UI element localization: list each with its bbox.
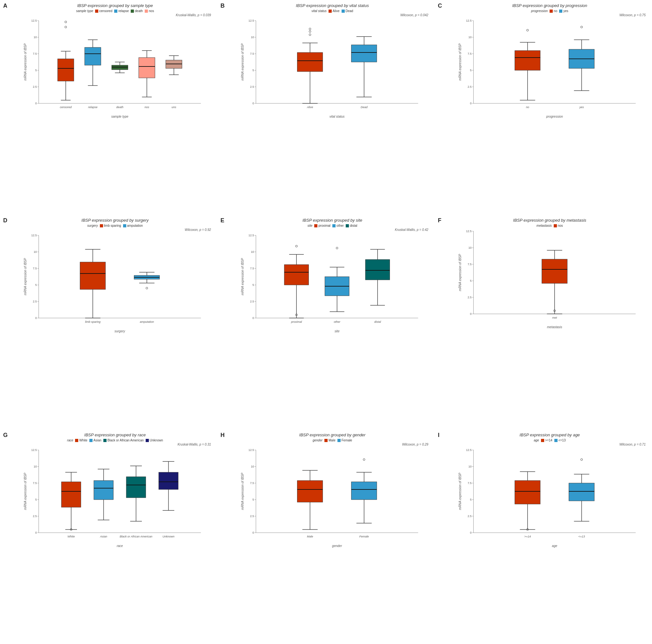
legend-text-G-White: White <box>79 438 87 442</box>
svg-text:10: 10 <box>251 465 254 468</box>
svg-text:10: 10 <box>34 250 37 253</box>
svg-rect-81 <box>351 45 377 62</box>
legend-text-D-amputation: amputation <box>127 224 143 227</box>
svg-text:mRNA expression of IBSP: mRNA expression of IBSP <box>241 43 244 80</box>
svg-text:Dead: Dead <box>361 106 368 109</box>
legend-label-C: progression <box>531 9 548 13</box>
svg-text:proximal: proximal <box>291 320 302 323</box>
svg-text:Asian: Asian <box>100 535 107 538</box>
svg-text:death: death <box>116 106 124 109</box>
legend-item-A-death: death <box>131 9 143 13</box>
legend-color-D-amputation <box>123 224 126 227</box>
svg-text:7.5: 7.5 <box>467 52 472 55</box>
stat-label-I: Wilcoxon, p = 0.71 <box>451 443 649 446</box>
panel-label-A: A <box>3 3 7 9</box>
legend-D: surgerylimb sparingamputation <box>16 224 214 227</box>
legend-label-B: vital status <box>312 9 327 13</box>
svg-text:0: 0 <box>470 102 471 105</box>
svg-text:10: 10 <box>468 36 471 39</box>
svg-text:2.5: 2.5 <box>33 85 37 88</box>
legend-item-F-nos: nos <box>554 224 563 227</box>
stat-label-H: Wilcoxon, p = 0.29 <box>233 443 431 446</box>
legend-label-I: age <box>534 438 539 442</box>
legend-item-C-no: no <box>550 9 557 13</box>
svg-point-317 <box>580 459 582 460</box>
svg-rect-307 <box>515 481 540 504</box>
svg-text:12.5: 12.5 <box>466 449 472 452</box>
svg-text:relapse: relapse <box>88 106 98 109</box>
panel-label-I: I <box>438 432 439 438</box>
svg-text:Female: Female <box>359 535 369 538</box>
main-grid: AIBSP expression grouped by sample types… <box>0 0 652 644</box>
legend-item-E-proximal: proximal <box>314 224 330 227</box>
svg-text:5: 5 <box>252 69 254 72</box>
svg-text:Black or African American: Black or African American <box>119 535 152 538</box>
svg-text:progression: progression <box>546 115 563 118</box>
svg-text:7.5: 7.5 <box>250 482 254 485</box>
legend-color-A-relapse <box>114 9 117 13</box>
svg-text:7.5: 7.5 <box>33 52 37 55</box>
svg-rect-283 <box>351 482 377 500</box>
svg-text:White: White <box>67 535 75 538</box>
legend-label-G: race <box>67 438 73 442</box>
svg-text:mRNA expression of IBSP: mRNA expression of IBSP <box>458 254 461 291</box>
svg-text:yes: yes <box>579 106 584 109</box>
panel-label-F: F <box>438 217 441 224</box>
legend-G: raceWhiteAsianBlack or African AmericanU… <box>16 438 214 442</box>
legend-color-I-<=13 <box>554 439 558 442</box>
svg-point-21 <box>65 21 67 23</box>
legend-I: age>=14<=13 <box>451 438 649 442</box>
legend-A: sample typecensoredrelapsedeathnos <box>16 9 214 13</box>
legend-text-G-Black or African American: Black or African American <box>108 438 144 442</box>
legend-color-G-White <box>75 439 78 442</box>
svg-rect-167 <box>284 265 309 285</box>
svg-text:0: 0 <box>252 531 254 534</box>
panel-title-G: IBSP expression grouped by race <box>16 432 214 437</box>
svg-text:5: 5 <box>35 69 37 72</box>
svg-text:7.5: 7.5 <box>467 263 472 266</box>
stat-label-B: Wilcoxon, p = 0.042 <box>233 14 431 17</box>
legend-text-B-Alive: Alive <box>333 9 340 13</box>
panel-label-D: D <box>3 217 7 224</box>
legend-item-A-nos: nos <box>145 9 154 13</box>
panel-title-F: IBSP expression grouped by metastasis <box>451 218 649 223</box>
svg-text:limb sparing: limb sparing <box>85 320 101 323</box>
svg-text:7.5: 7.5 <box>33 267 37 270</box>
svg-rect-104 <box>515 51 540 70</box>
svg-rect-276 <box>297 481 323 502</box>
panel-title-A: IBSP expression grouped by sample type <box>16 3 214 8</box>
legend-color-G-Unknown <box>146 439 149 442</box>
panel-title-H: IBSP expression grouped by gender <box>233 432 431 437</box>
legend-text-B-Dead: Dead <box>346 9 353 13</box>
legend-color-G-Asian <box>89 439 92 442</box>
legend-text-G-Unknown: Unknown <box>150 438 163 442</box>
svg-rect-239 <box>94 481 113 500</box>
legend-color-C-yes <box>559 9 562 13</box>
legend-item-G-Unknown: Unknown <box>146 438 163 442</box>
svg-rect-27 <box>85 47 101 65</box>
svg-text:uns: uns <box>171 106 176 109</box>
legend-color-H-Male <box>324 439 328 442</box>
legend-text-I-<=13: <=13 <box>559 438 566 442</box>
svg-rect-246 <box>126 477 146 498</box>
svg-text:7.5: 7.5 <box>33 482 37 485</box>
svg-text:<=13: <=13 <box>578 535 585 538</box>
legend-text-A-death: death <box>135 9 143 13</box>
svg-text:5: 5 <box>35 498 37 501</box>
legend-color-D-limb sparing <box>100 224 103 227</box>
svg-text:7.5: 7.5 <box>250 267 254 270</box>
chart-svg-G: 02.557.51012.5WhiteAsianBlack or African… <box>16 447 214 548</box>
legend-item-E-other: other <box>332 224 344 227</box>
svg-text:10: 10 <box>251 250 254 253</box>
legend-label-F: metastasis <box>537 224 552 227</box>
svg-text:site: site <box>334 329 340 333</box>
stat-label-A: Kruskal-Wallis, p = 0.039 <box>16 14 214 17</box>
svg-text:2.5: 2.5 <box>467 296 472 299</box>
svg-text:met: met <box>552 316 557 319</box>
legend-text-H-Female: Female <box>342 438 352 442</box>
svg-text:race: race <box>117 544 123 548</box>
svg-text:Unknown: Unknown <box>163 535 174 538</box>
legend-text-C-no: no <box>554 9 557 13</box>
legend-label-D: surgery <box>87 224 98 227</box>
panel-C: CIBSP expression grouped by progressionp… <box>435 0 652 215</box>
